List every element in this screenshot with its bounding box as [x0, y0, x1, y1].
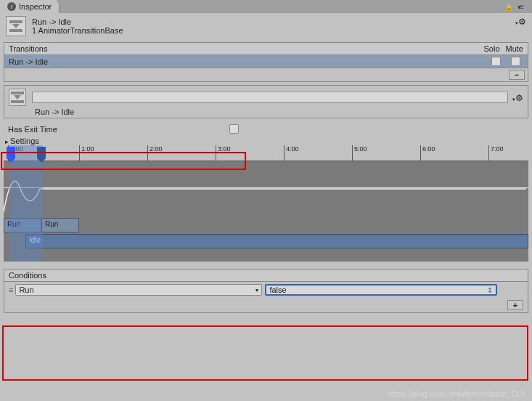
highlight-conditions [2, 325, 528, 381]
playhead-end[interactable] [37, 147, 46, 158]
transition-name-label: Run -> Idle [9, 106, 523, 116]
tick-7: 7:00 [491, 145, 504, 153]
curve-area [4, 161, 528, 215]
transition-row-label: Run -> Idle [9, 57, 48, 66]
tick-3: 3:00 [218, 145, 231, 153]
settings-label: Settings [10, 137, 39, 145]
tick-1: 1:00 [81, 145, 94, 153]
condition-param-dropdown[interactable]: Run ▾ [15, 284, 262, 296]
tick-5: 5:00 [354, 145, 367, 153]
tab-bar: i Inspector [0, 0, 532, 13]
transition-name-section: Run -> Idle [4, 85, 528, 118]
clip-run-2[interactable]: Run [41, 218, 79, 232]
dropdown-caret-icon-2 [487, 286, 493, 294]
tab-bar-right [504, 2, 532, 11]
transitions-section: Transitions Solo Mute Run -> Idle − [4, 42, 528, 82]
condition-value-dropdown[interactable]: false [265, 284, 497, 296]
panel-menu-icon[interactable] [517, 2, 528, 11]
condition-param-value: Run [19, 285, 33, 294]
transition-name-input[interactable] [32, 92, 508, 103]
header-text: Run -> Idle 1 AnimatorTransitionBase [32, 16, 123, 35]
transitions-buttons: − [4, 68, 528, 81]
transition-row[interactable]: Run -> Idle [4, 55, 528, 68]
has-exit-time-checkbox[interactable] [229, 124, 239, 134]
remove-transition-button[interactable]: − [509, 70, 525, 80]
tick-4: 4:00 [286, 145, 299, 153]
drag-handle-icon[interactable]: ≡ [9, 285, 12, 294]
transitions-header: Transitions Solo Mute [4, 43, 528, 55]
transition-icon [6, 16, 26, 36]
watermark: https://blog.csdn.net/Abecedarian_CLF [388, 389, 526, 398]
dest-clip-row[interactable]: Idle [25, 234, 528, 248]
solo-header: Solo [484, 44, 500, 53]
conditions-section: Conditions ≡ Run ▾ false + [4, 269, 528, 313]
settings-header[interactable]: Settings [4, 137, 528, 145]
inspector-tab[interactable]: i Inspector [0, 0, 60, 13]
transition-icon-small [9, 89, 26, 106]
gear-icon[interactable] [517, 16, 526, 27]
dropdown-caret-icon: ▾ [255, 287, 258, 293]
add-condition-button[interactable]: + [507, 300, 523, 310]
info-icon: i [7, 2, 16, 11]
timeline-ruler[interactable]: 0:00 1:00 2:00 3:00 4:00 5:00 6:00 7:00 [4, 145, 528, 161]
solo-checkbox[interactable] [491, 57, 501, 66]
transition-subtitle: 1 AnimatorTransitionBase [32, 26, 123, 35]
transition-title: Run -> Idle [32, 17, 123, 26]
tick-6: 6:00 [422, 145, 435, 153]
curve-svg [4, 161, 528, 215]
has-exit-time-row: Has Exit Time [4, 121, 528, 137]
transitions-header-label: Transitions [9, 44, 47, 53]
timeline[interactable]: 0:00 1:00 2:00 3:00 4:00 5:00 6:00 7:00 … [4, 145, 528, 262]
condition-row: ≡ Run ▾ false [4, 282, 528, 298]
gear-icon-2[interactable] [514, 92, 523, 103]
blend-region[interactable] [9, 145, 43, 262]
conditions-buttons: + [4, 298, 528, 312]
tab-title: Inspector [19, 2, 52, 11]
tick-2: 2:00 [150, 145, 163, 153]
mute-checkbox[interactable] [511, 57, 520, 66]
mute-header: Mute [506, 44, 523, 53]
conditions-header: Conditions [4, 270, 528, 282]
condition-value-text: false [269, 285, 286, 294]
lock-icon[interactable] [504, 2, 513, 11]
collapse-icon [5, 137, 9, 145]
inspector-header: Run -> Idle 1 AnimatorTransitionBase [0, 13, 532, 39]
playhead-start[interactable] [7, 147, 15, 158]
has-exit-time-label: Has Exit Time [8, 125, 222, 134]
